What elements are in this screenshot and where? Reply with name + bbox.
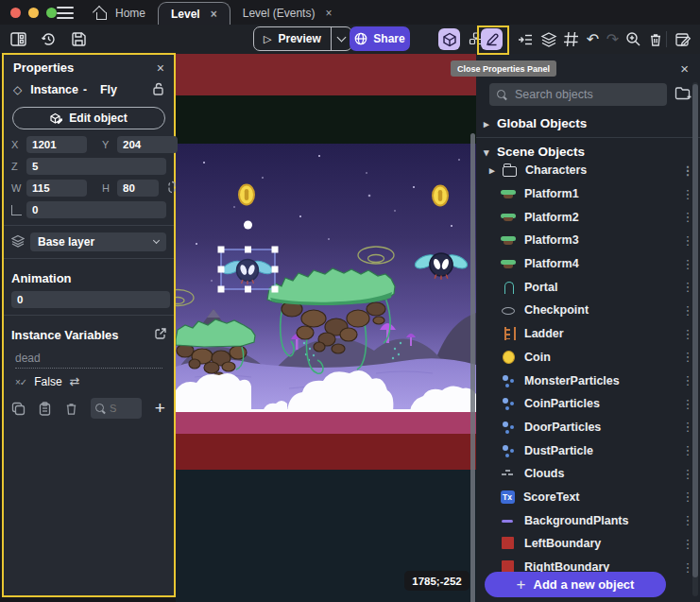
text-icon — [501, 490, 515, 504]
home-icon — [95, 8, 108, 20]
object-item-doorparticles[interactable]: DoorParticles — [476, 416, 700, 439]
instance-object-name: Fly — [100, 83, 117, 96]
close-tab-icon[interactable] — [211, 9, 217, 20]
tab-level-events-label: Level (Events) — [243, 7, 316, 20]
search-icon — [497, 90, 507, 100]
history-icon[interactable] — [38, 28, 60, 50]
coin-sprite[interactable] — [433, 186, 448, 206]
add-folder-icon[interactable] — [674, 86, 692, 104]
variables-search-input[interactable] — [110, 403, 142, 414]
platform-icon — [501, 232, 516, 248]
object-item-ladder[interactable]: Ladder — [476, 322, 700, 346]
object-item-monsterparticles[interactable]: MonsterParticles — [476, 369, 700, 392]
object-item-platform4[interactable]: Platform4 — [476, 252, 700, 276]
object-item-platform1[interactable]: Platform1 — [476, 182, 700, 206]
height-label: H — [102, 182, 113, 194]
edit-scene-pencil-icon[interactable] — [481, 28, 503, 50]
object-folder-characters[interactable]: Characters — [476, 159, 700, 182]
angle-icon — [11, 205, 22, 215]
object-item-clouds[interactable]: Clouds — [476, 462, 700, 486]
tab-home[interactable]: Home — [83, 2, 158, 25]
preview-dropdown-button[interactable] — [331, 27, 351, 50]
objects-scrollbar[interactable] — [692, 82, 698, 596]
x-field[interactable] — [26, 136, 87, 153]
folder-icon — [503, 166, 517, 177]
redo-icon[interactable] — [602, 28, 623, 50]
panels-layout-icon[interactable] — [8, 28, 29, 50]
save-icon[interactable] — [68, 28, 90, 50]
z-field[interactable] — [26, 158, 166, 175]
edit-object-button[interactable]: Edit object — [12, 107, 165, 129]
object-item-coin[interactable]: Coin — [476, 346, 700, 370]
layers-icon — [11, 234, 25, 250]
boolean-type-icon — [15, 375, 26, 388]
window-controls — [10, 8, 57, 18]
add-new-object-button[interactable]: Add a new object — [485, 572, 666, 597]
preview-button[interactable]: Preview — [253, 26, 352, 51]
close-properties-icon[interactable] — [157, 60, 164, 76]
share-button[interactable]: Share — [350, 26, 410, 51]
object-item-platform2[interactable]: Platform2 — [476, 205, 700, 229]
group-global-objects[interactable]: Global Objects — [476, 112, 700, 135]
object-item-dustparticle[interactable]: DustParticle — [476, 439, 700, 462]
cursor-coordinates-badge: 1785;-252 — [404, 571, 470, 591]
close-window-button[interactable] — [10, 8, 21, 18]
object-item-portal[interactable]: Portal — [476, 275, 700, 299]
tab-level-events[interactable]: Level (Events) — [230, 2, 345, 25]
maximize-window-button[interactable] — [46, 8, 57, 18]
add-variable-button[interactable] — [154, 401, 166, 417]
undo-icon[interactable] — [582, 28, 604, 50]
coin-sprite[interactable] — [239, 185, 254, 205]
layer-select[interactable]: Base layer — [30, 232, 166, 251]
clouds-icon — [501, 466, 516, 481]
z-label: Z — [11, 161, 23, 172]
paste-icon[interactable] — [38, 401, 52, 417]
open-variables-editor-icon[interactable] — [155, 328, 166, 342]
variable-name[interactable]: dead — [15, 352, 162, 369]
object-item-platform3[interactable]: Platform3 — [476, 229, 700, 252]
animation-section-title: Animation — [4, 266, 174, 287]
fly-sprite[interactable] — [413, 252, 469, 280]
tab-level[interactable]: Level — [158, 2, 230, 25]
scene-notes-icon[interactable] — [672, 28, 693, 50]
instance-variables-title: Instance Variables — [11, 328, 155, 342]
objects-search-input[interactable] — [515, 88, 659, 101]
share-label: Share — [373, 32, 404, 45]
objects-list-icon[interactable] — [514, 28, 536, 50]
rotation-handle[interactable] — [244, 221, 252, 230]
variables-search[interactable] — [91, 398, 142, 419]
grid-icon[interactable] — [560, 28, 582, 50]
variable-value[interactable]: False — [34, 375, 61, 388]
toggle-boolean-icon[interactable] — [70, 374, 80, 388]
width-field[interactable] — [26, 180, 87, 197]
zoom-in-icon[interactable] — [623, 28, 644, 50]
animation-field[interactable] — [11, 291, 170, 308]
unlock-icon[interactable] — [152, 82, 164, 98]
menu-icon[interactable] — [57, 7, 74, 19]
properties-title: Properties — [13, 60, 157, 75]
tab-bar: Home Level Level (Events) — [83, 0, 344, 25]
object-item-checkpoint[interactable]: Checkpoint — [476, 299, 700, 322]
close-tab-icon[interactable] — [325, 8, 332, 19]
copy-icon[interactable] — [11, 401, 26, 417]
object-item-backgroundplants[interactable]: BackgroundPlants — [476, 508, 700, 532]
particles-icon — [501, 420, 516, 435]
close-objects-panel-icon[interactable] — [680, 60, 689, 77]
lock-ratio-icon[interactable] — [166, 181, 178, 197]
layers-icon[interactable] — [538, 28, 559, 50]
y-field[interactable] — [117, 136, 178, 153]
height-field[interactable] — [117, 180, 159, 197]
object-item-leftboundary[interactable]: LeftBoundary — [476, 532, 700, 556]
trash-icon[interactable] — [644, 28, 666, 50]
minimize-window-button[interactable] — [28, 8, 39, 18]
angle-field[interactable] — [26, 201, 166, 218]
object-item-coinparticles[interactable]: CoinParticles — [476, 392, 700, 416]
delete-variable-icon[interactable] — [64, 401, 78, 417]
object-item-scoretext[interactable]: ScoreText — [476, 486, 700, 509]
checkpoint-icon — [501, 302, 516, 318]
tab-home-label: Home — [115, 7, 145, 20]
scene-vertical-scrollbar[interactable] — [470, 133, 475, 602]
instance-type: Instance — [30, 83, 78, 96]
scene-canvas[interactable] — [176, 54, 476, 602]
3d-view-icon[interactable] — [438, 28, 460, 50]
